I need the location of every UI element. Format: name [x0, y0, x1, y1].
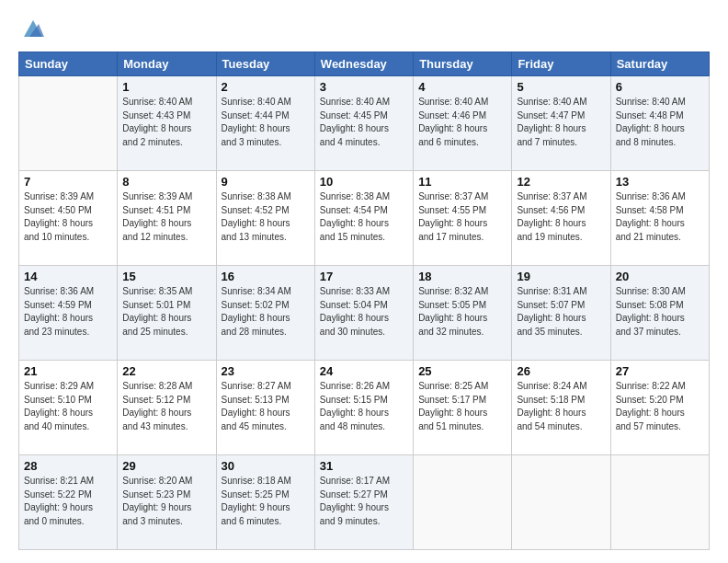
day-number: 22 [122, 364, 210, 378]
calendar-week-row: 7Sunrise: 8:39 AMSunset: 4:50 PMDaylight… [19, 171, 710, 266]
calendar-cell: 27Sunrise: 8:22 AMSunset: 5:20 PMDayligh… [610, 361, 709, 455]
day-info: Sunrise: 8:26 AMSunset: 5:15 PMDaylight:… [320, 380, 408, 433]
day-info: Sunrise: 8:38 AMSunset: 4:52 PMDaylight:… [222, 190, 310, 244]
calendar-cell: 10Sunrise: 8:38 AMSunset: 4:54 PMDayligh… [314, 171, 413, 266]
logo-icon [20, 17, 46, 42]
calendar-cell: 29Sunrise: 8:20 AMSunset: 5:23 PMDayligh… [118, 455, 216, 550]
calendar-cell: 20Sunrise: 8:30 AMSunset: 5:08 PMDayligh… [610, 266, 709, 361]
day-number: 29 [122, 459, 210, 473]
calendar-cell: 7Sunrise: 8:39 AMSunset: 4:50 PMDaylight… [19, 171, 118, 266]
calendar-cell: 9Sunrise: 8:38 AMSunset: 4:52 PMDaylight… [216, 171, 314, 266]
day-info: Sunrise: 8:29 AMSunset: 5:10 PMDaylight:… [24, 380, 112, 433]
calendar-cell: 22Sunrise: 8:28 AMSunset: 5:12 PMDayligh… [118, 361, 216, 455]
day-number: 27 [616, 364, 704, 378]
calendar-cell [512, 455, 610, 550]
calendar-cell: 1Sunrise: 8:40 AMSunset: 4:43 PMDaylight… [118, 76, 216, 171]
day-info: Sunrise: 8:39 AMSunset: 4:50 PMDaylight:… [24, 190, 112, 244]
calendar-week-row: 28Sunrise: 8:21 AMSunset: 5:22 PMDayligh… [19, 455, 710, 550]
calendar-cell: 6Sunrise: 8:40 AMSunset: 4:48 PMDaylight… [610, 76, 709, 171]
calendar-table: SundayMondayTuesdayWednesdayThursdayFrid… [18, 52, 710, 550]
day-number: 19 [517, 270, 605, 283]
day-number: 4 [418, 80, 506, 94]
calendar-cell: 16Sunrise: 8:34 AMSunset: 5:02 PMDayligh… [216, 266, 314, 361]
calendar-cell [19, 76, 118, 171]
day-number: 20 [616, 270, 704, 283]
day-info: Sunrise: 8:28 AMSunset: 5:12 PMDaylight:… [122, 380, 210, 433]
weekday-header-friday: Friday [512, 52, 610, 76]
calendar-cell: 14Sunrise: 8:36 AMSunset: 4:59 PMDayligh… [19, 266, 118, 361]
weekday-header-monday: Monday [118, 52, 216, 76]
weekday-header-saturday: Saturday [610, 52, 709, 76]
day-number: 1 [122, 80, 210, 94]
page: SundayMondayTuesdayWednesdayThursdayFrid… [0, 0, 728, 563]
weekday-header-tuesday: Tuesday [216, 52, 314, 76]
day-info: Sunrise: 8:38 AMSunset: 4:54 PMDaylight:… [320, 190, 408, 244]
day-info: Sunrise: 8:17 AMSunset: 5:27 PMDaylight:… [320, 475, 408, 528]
calendar-cell: 24Sunrise: 8:26 AMSunset: 5:15 PMDayligh… [314, 361, 413, 455]
day-number: 30 [222, 459, 310, 473]
day-info: Sunrise: 8:31 AMSunset: 5:07 PMDaylight:… [517, 285, 605, 339]
calendar-week-row: 1Sunrise: 8:40 AMSunset: 4:43 PMDaylight… [19, 76, 710, 171]
day-number: 14 [24, 270, 112, 283]
calendar-cell: 12Sunrise: 8:37 AMSunset: 4:56 PMDayligh… [512, 171, 610, 266]
calendar-cell: 3Sunrise: 8:40 AMSunset: 4:45 PMDaylight… [314, 76, 413, 171]
day-info: Sunrise: 8:27 AMSunset: 5:13 PMDaylight:… [222, 380, 310, 433]
day-number: 2 [222, 80, 310, 94]
day-number: 10 [320, 175, 408, 189]
logo [18, 17, 46, 42]
calendar-cell: 30Sunrise: 8:18 AMSunset: 5:25 PMDayligh… [216, 455, 314, 550]
weekday-header-sunday: Sunday [19, 52, 118, 76]
day-number: 24 [320, 364, 408, 378]
day-number: 18 [418, 270, 506, 283]
day-info: Sunrise: 8:21 AMSunset: 5:22 PMDaylight:… [24, 475, 112, 528]
day-number: 28 [24, 459, 112, 473]
day-number: 16 [222, 270, 310, 283]
day-info: Sunrise: 8:18 AMSunset: 5:25 PMDaylight:… [222, 475, 310, 528]
day-number: 13 [616, 175, 704, 189]
day-number: 8 [122, 175, 210, 189]
day-info: Sunrise: 8:25 AMSunset: 5:17 PMDaylight:… [418, 380, 506, 433]
header [18, 17, 710, 42]
day-number: 3 [320, 80, 408, 94]
day-info: Sunrise: 8:40 AMSunset: 4:46 PMDaylight:… [418, 96, 506, 149]
calendar-week-row: 14Sunrise: 8:36 AMSunset: 4:59 PMDayligh… [19, 266, 710, 361]
calendar-cell: 8Sunrise: 8:39 AMSunset: 4:51 PMDaylight… [118, 171, 216, 266]
day-info: Sunrise: 8:40 AMSunset: 4:45 PMDaylight:… [320, 96, 408, 149]
calendar-cell [610, 455, 709, 550]
calendar-cell: 23Sunrise: 8:27 AMSunset: 5:13 PMDayligh… [216, 361, 314, 455]
day-info: Sunrise: 8:36 AMSunset: 4:58 PMDaylight:… [616, 190, 704, 244]
calendar-cell: 31Sunrise: 8:17 AMSunset: 5:27 PMDayligh… [314, 455, 413, 550]
day-info: Sunrise: 8:40 AMSunset: 4:47 PMDaylight:… [517, 96, 605, 149]
calendar-week-row: 21Sunrise: 8:29 AMSunset: 5:10 PMDayligh… [19, 361, 710, 455]
day-info: Sunrise: 8:24 AMSunset: 5:18 PMDaylight:… [517, 380, 605, 433]
day-number: 6 [616, 80, 704, 94]
weekday-header-row: SundayMondayTuesdayWednesdayThursdayFrid… [19, 52, 710, 76]
day-info: Sunrise: 8:37 AMSunset: 4:55 PMDaylight:… [418, 190, 506, 244]
day-info: Sunrise: 8:40 AMSunset: 4:44 PMDaylight:… [222, 96, 310, 149]
calendar-cell: 17Sunrise: 8:33 AMSunset: 5:04 PMDayligh… [314, 266, 413, 361]
day-info: Sunrise: 8:20 AMSunset: 5:23 PMDaylight:… [122, 475, 210, 528]
weekday-header-wednesday: Wednesday [314, 52, 413, 76]
calendar-cell: 19Sunrise: 8:31 AMSunset: 5:07 PMDayligh… [512, 266, 610, 361]
calendar-cell: 28Sunrise: 8:21 AMSunset: 5:22 PMDayligh… [19, 455, 118, 550]
calendar-cell: 15Sunrise: 8:35 AMSunset: 5:01 PMDayligh… [118, 266, 216, 361]
calendar-cell: 25Sunrise: 8:25 AMSunset: 5:17 PMDayligh… [414, 361, 512, 455]
day-number: 11 [418, 175, 506, 189]
day-number: 9 [222, 175, 310, 189]
day-number: 25 [418, 364, 506, 378]
day-info: Sunrise: 8:39 AMSunset: 4:51 PMDaylight:… [122, 190, 210, 244]
day-number: 17 [320, 270, 408, 283]
calendar-cell: 21Sunrise: 8:29 AMSunset: 5:10 PMDayligh… [19, 361, 118, 455]
calendar-cell: 5Sunrise: 8:40 AMSunset: 4:47 PMDaylight… [512, 76, 610, 171]
day-info: Sunrise: 8:32 AMSunset: 5:05 PMDaylight:… [418, 285, 506, 339]
day-number: 31 [320, 459, 408, 473]
calendar-cell: 13Sunrise: 8:36 AMSunset: 4:58 PMDayligh… [610, 171, 709, 266]
calendar-cell: 4Sunrise: 8:40 AMSunset: 4:46 PMDaylight… [414, 76, 512, 171]
day-number: 7 [24, 175, 112, 189]
day-info: Sunrise: 8:37 AMSunset: 4:56 PMDaylight:… [517, 190, 605, 244]
calendar-cell: 18Sunrise: 8:32 AMSunset: 5:05 PMDayligh… [414, 266, 512, 361]
day-number: 26 [517, 364, 605, 378]
calendar-cell: 11Sunrise: 8:37 AMSunset: 4:55 PMDayligh… [414, 171, 512, 266]
day-info: Sunrise: 8:40 AMSunset: 4:48 PMDaylight:… [616, 96, 704, 149]
day-info: Sunrise: 8:33 AMSunset: 5:04 PMDaylight:… [320, 285, 408, 339]
